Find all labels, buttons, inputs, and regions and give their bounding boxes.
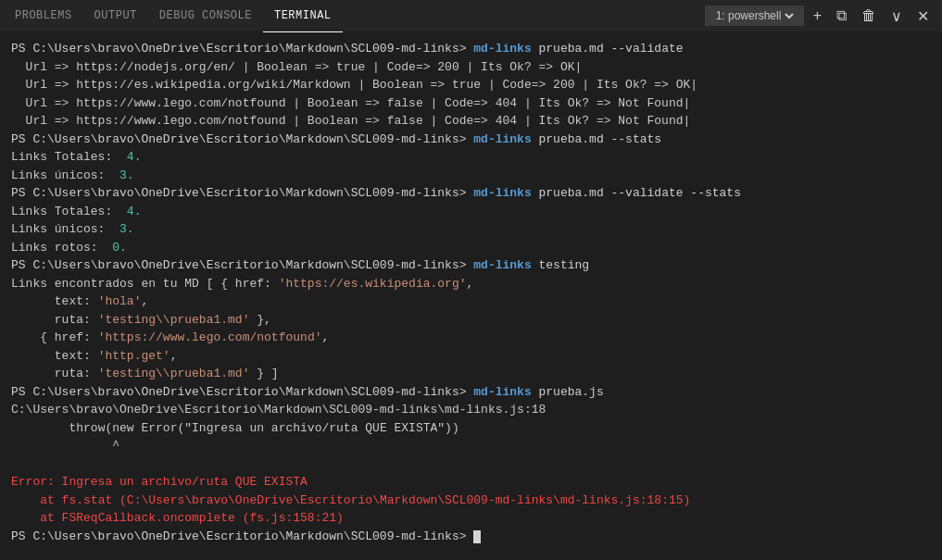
add-terminal-button[interactable]: + [808,6,827,26]
terminal-line: PS C:\Users\bravo\OneDrive\Escritorio\Ma… [11,528,931,546]
tab-bar: PROBLEMS OUTPUT DEBUG CONSOLE TERMINAL 1… [0,0,942,32]
terminal-line: C:\Users\bravo\OneDrive\Escritorio\Markd… [11,401,931,419]
shell-selector[interactable]: 1: powershell [705,6,804,26]
terminal-line: PS C:\Users\bravo\OneDrive\Escritorio\Ma… [11,256,931,275]
terminal-line: PS C:\Users\bravo\OneDrive\Escritorio\Ma… [11,40,931,58]
terminal-line: Links únicos: 3. [11,167,931,185]
split-terminal-button[interactable]: ⧉ [831,6,852,26]
terminal-line [11,455,931,474]
chevron-down-button[interactable]: ∨ [885,6,908,27]
terminal-output: PS C:\Users\bravo\OneDrive\Escritorio\Ma… [0,32,942,560]
trash-button[interactable]: 🗑 [856,6,882,26]
terminal-line: ^ [11,437,931,455]
terminal-line: ruta: 'testing\\prueba1.md' } ] [11,365,931,383]
terminal-line: PS C:\Users\bravo\OneDrive\Escritorio\Ma… [11,184,931,203]
terminal-line: text: 'http.get', [11,347,931,366]
terminal-line: Error: Ingresa un archivo/ruta QUE EXIST… [11,473,931,492]
terminal-line: Links Totales: 4. [11,203,931,221]
terminal-line: Links únicos: 3. [11,220,931,239]
tab-actions: 1: powershell + ⧉ 🗑 ∨ ✕ [705,6,935,27]
terminal-line: Url => https://www.lego.com/notfound | B… [11,112,931,131]
terminal-line: at fs.stat (C:\Users\bravo\OneDrive\Escr… [11,492,931,510]
tab-terminal[interactable]: TERMINAL [263,0,343,32]
terminal-line: text: 'hola', [11,292,931,311]
terminal-line: Url => https://nodejs.org/en/ | Boolean … [11,58,931,77]
close-terminal-button[interactable]: ✕ [911,6,935,27]
terminal-line: throw(new Error("Ingresa un archivo/ruta… [11,419,931,438]
tab-debug-console[interactable]: DEBUG CONSOLE [148,0,263,32]
terminal-line: PS C:\Users\bravo\OneDrive\Escritorio\Ma… [11,131,931,149]
shell-dropdown[interactable]: 1: powershell [712,8,797,23]
tab-output[interactable]: OUTPUT [83,0,148,32]
terminal-line: Url => https://es.wikipedia.org/wiki/Mar… [11,76,931,94]
terminal-line: ruta: 'testing\\prueba1.md' }, [11,311,931,330]
terminal-line: at FSReqCallback.oncomplete (fs.js:158:2… [11,509,931,528]
tab-problems[interactable]: PROBLEMS [4,0,83,32]
terminal-line: { href: 'https://www.lego.com/notfound', [11,329,931,347]
terminal-line: PS C:\Users\bravo\OneDrive\Escritorio\Ma… [11,383,931,402]
terminal-line: Links rotos: 0. [11,239,931,257]
terminal-line: Links encontrados en tu MD [ { href: 'ht… [11,275,931,293]
terminal-line: Url => https://www.lego.com/notfound | B… [11,94,931,113]
terminal-line: Links Totales: 4. [11,148,931,167]
